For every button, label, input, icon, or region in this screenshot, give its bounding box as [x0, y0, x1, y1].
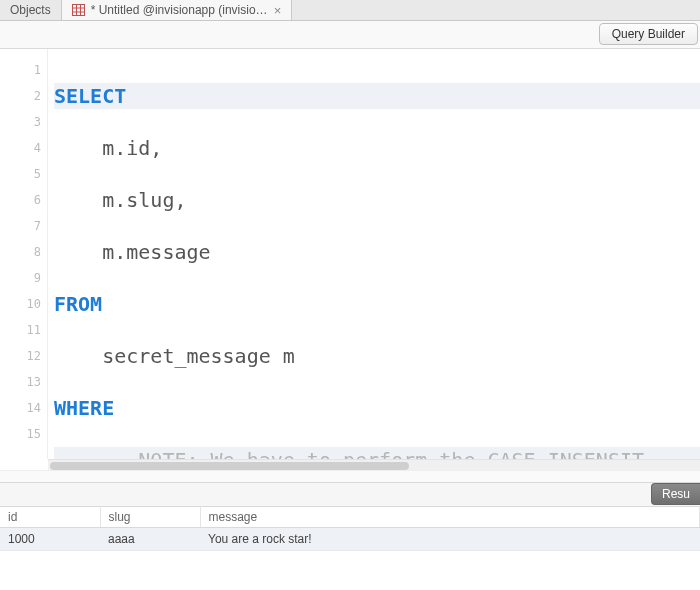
results-table: id slug message 1000 aaaa You are a rock…	[0, 506, 700, 591]
line-number: 1	[0, 57, 41, 83]
line-number: 8	[0, 239, 41, 265]
sql-keyword: FROM	[54, 292, 102, 316]
code-area[interactable]: SELECT m.id, m.slug, m.message FROM secr…	[48, 49, 700, 459]
tab-bar: Objects * Untitled @invisionapp (invisio…	[0, 0, 700, 21]
tab-objects-label: Objects	[10, 3, 51, 17]
line-number: 14	[0, 395, 41, 421]
results-header-row: id slug message	[0, 506, 700, 527]
sql-keyword: SELECT	[54, 84, 126, 108]
svg-rect-0	[72, 5, 84, 16]
line-number: 7	[0, 213, 41, 239]
cell-id: 1000	[0, 527, 100, 550]
results-toolbar: Resu	[0, 482, 700, 505]
tab-objects[interactable]: Objects	[0, 0, 62, 20]
sql-punct: ,	[150, 136, 162, 160]
line-number: 11	[0, 317, 41, 343]
results-button[interactable]: Resu	[651, 483, 700, 505]
cell-message: You are a rock star!	[200, 527, 700, 550]
line-number-gutter: 1 2 3 4 5 6 7 8 9 10 11 12 13 14 15	[0, 49, 48, 459]
column-header-id[interactable]: id	[0, 506, 100, 527]
query-builder-button[interactable]: Query Builder	[599, 23, 698, 45]
sql-ident: secret_message m	[102, 344, 295, 368]
sql-keyword: WHERE	[54, 396, 114, 420]
table-row-empty	[0, 550, 700, 590]
line-number: 13	[0, 369, 41, 395]
sql-punct: ,	[174, 188, 186, 212]
table-grid-icon	[72, 4, 85, 16]
line-number: 15	[0, 421, 41, 447]
tab-query[interactable]: * Untitled @invisionapp (invisio… ×	[62, 0, 293, 20]
tab-query-label: * Untitled @invisionapp (invisio…	[91, 3, 268, 17]
horizontal-scrollbar[interactable]	[48, 459, 700, 471]
cell-slug: aaaa	[100, 527, 200, 550]
editor-toolbar: Query Builder	[0, 21, 700, 48]
sql-punct: .	[114, 240, 126, 264]
sql-ident: slug	[126, 188, 174, 212]
line-number: 6	[0, 187, 41, 213]
sql-ident: m	[102, 240, 114, 264]
line-number: 5	[0, 161, 41, 187]
table-row[interactable]: 1000 aaaa You are a rock star!	[0, 527, 700, 550]
sql-ident: m	[102, 136, 114, 160]
sql-ident: message	[126, 240, 210, 264]
panel-spacer	[0, 470, 700, 482]
line-number: 2	[0, 83, 41, 109]
scrollbar-thumb[interactable]	[50, 462, 409, 470]
column-header-slug[interactable]: slug	[100, 506, 200, 527]
line-number: 10	[0, 291, 41, 317]
line-number: 9	[0, 265, 41, 291]
sql-ident: m	[102, 188, 114, 212]
sql-punct: .	[114, 136, 126, 160]
sql-editor[interactable]: 1 2 3 4 5 6 7 8 9 10 11 12 13 14 15 SELE…	[0, 49, 700, 459]
close-icon[interactable]: ×	[274, 4, 282, 17]
sql-punct: .	[114, 188, 126, 212]
sql-comment: -- NOTE: We have to perform the CASE INS…	[102, 448, 644, 459]
column-header-message[interactable]: message	[200, 506, 700, 527]
sql-ident: id	[126, 136, 150, 160]
line-number: 4	[0, 135, 41, 161]
line-number: 12	[0, 343, 41, 369]
line-number: 3	[0, 109, 41, 135]
